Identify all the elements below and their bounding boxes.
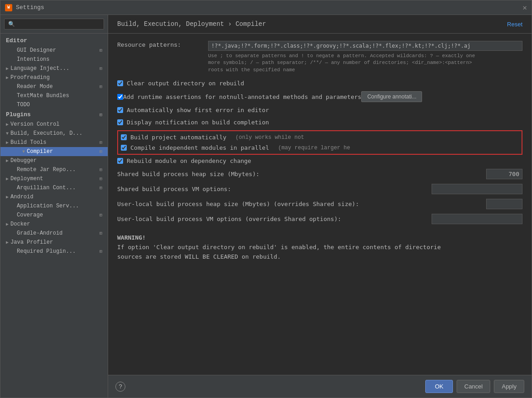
sidebar-item-app-server[interactable]: Application Serv... (0, 201, 108, 211)
chevron-bt: ▶ (6, 140, 9, 145)
build-auto-row: Build project automatically (only works … (121, 133, 519, 142)
sidebar-nav: Editor GUI Designer ⊞ Intentions ▶ Langu… (0, 34, 108, 398)
auto-show-error-label: Automatically show first error in editor (127, 107, 269, 113)
app-server-label: Application Serv... (17, 203, 79, 209)
auto-show-error-checkbox[interactable] (117, 107, 123, 113)
bt-settings-icon: ⊞ (99, 140, 102, 145)
footer-left: ? (115, 382, 125, 392)
search-input[interactable] (4, 19, 104, 29)
compiler-label: Compiler (27, 148, 53, 155)
sidebar-item-textmate[interactable]: TextMate Bundles (0, 91, 108, 100)
build-auto-note: (only works while not (235, 134, 304, 141)
sidebar-item-android[interactable]: ▶ Android (0, 192, 108, 201)
settings-icon2: ⊞ (99, 66, 102, 71)
shared-heap-label: Shared build process heap size (Mbytes): (117, 171, 486, 177)
resource-patterns-row: Resource patterns: Use ; to separate pat… (117, 41, 522, 74)
docker-label: Docker (10, 221, 30, 227)
display-notification-checkbox[interactable] (117, 119, 123, 125)
clear-output-label: Clear output directory on rebuild (127, 80, 244, 87)
resource-patterns-input[interactable] (208, 41, 522, 51)
plugins-section[interactable]: Plugins ⊞ (0, 109, 108, 120)
deployment-label: Deployment (10, 176, 43, 182)
settings-icon: ⊞ (99, 48, 102, 53)
search-box (0, 15, 108, 34)
warning-text: If option 'Clear output directory on reb… (117, 243, 522, 262)
ga-settings-icon: ⊞ (99, 231, 102, 236)
sidebar-item-reader-mode[interactable]: Reader Mode ⊞ (0, 82, 108, 91)
intentions-label: Intentions (17, 56, 50, 63)
sidebar-item-arquillian[interactable]: Arquillian Cont... ⊞ (0, 183, 108, 192)
rebuild-dependency-label: Rebuild module on dependency change (127, 157, 251, 164)
vc-label: Version Control (10, 121, 60, 128)
build-tools-label: Build Tools (10, 139, 46, 146)
resource-patterns-hint: Use ; to separate patterns and ! to nega… (208, 53, 522, 74)
sidebar-item-todo[interactable]: TODO (0, 100, 108, 109)
shared-vm-input[interactable] (432, 184, 522, 194)
sidebar-item-build-tools[interactable]: ▶ Build Tools ⊞ (0, 138, 108, 147)
sidebar-item-intentions[interactable]: Intentions (0, 55, 108, 64)
plugins-settings-icon: ⊞ (99, 112, 102, 118)
reader-mode-label: Reader Mode (17, 84, 53, 90)
build-auto-checkbox[interactable] (121, 134, 127, 140)
cancel-button[interactable]: Cancel (457, 380, 490, 393)
textmate-label: TextMate Bundles (17, 93, 69, 99)
sidebar-item-docker[interactable]: ▶ Docker (0, 220, 108, 229)
sidebar-item-compiler[interactable]: ▼ Compiler ⊞ (0, 147, 108, 156)
shared-heap-input[interactable] (486, 169, 522, 179)
clear-output-checkbox[interactable] (117, 80, 123, 86)
main-panel: Build, Execution, Deployment › Compiler … (108, 15, 532, 398)
chevron-android: ▶ (6, 194, 9, 200)
user-heap-label: User-local build process heap size (Mbyt… (117, 201, 486, 207)
close-button[interactable]: ✕ (522, 3, 527, 12)
resource-patterns-label: Resource patterns: (117, 41, 208, 49)
reset-button[interactable]: Reset (507, 21, 522, 28)
resource-patterns-value: Use ; to separate patterns and ! to nega… (208, 41, 522, 74)
add-runtime-row: Add runtime assertions for notnull-annot… (117, 91, 522, 102)
compile-parallel-label: Compile independent modules in parallel (130, 144, 269, 151)
warning-title: WARNING! (117, 233, 522, 243)
sidebar-item-gradle-android[interactable]: Gradle-Android ⊞ (0, 229, 108, 238)
sidebar-item-gui-designer[interactable]: GUI Designer ⊞ (0, 46, 108, 55)
sidebar-item-coverage[interactable]: Coverage ⊞ (0, 211, 108, 220)
gui-designer-label: GUI Designer (17, 47, 56, 54)
help-button[interactable]: ? (115, 382, 125, 392)
sidebar-item-debugger[interactable]: ▶ Debugger (0, 156, 108, 165)
proofreading-label: Proofreading (10, 74, 50, 81)
required-plugin-label: Required Plugin... (17, 248, 76, 255)
plugins-label: Plugins (6, 111, 31, 118)
language-inject-label: Language Inject... (10, 65, 70, 72)
chevron-docker: ▶ (6, 221, 9, 227)
apply-button[interactable]: Apply (494, 380, 524, 393)
compile-parallel-checkbox[interactable] (121, 145, 127, 151)
chevron-right-icon: ▶ (6, 66, 9, 71)
sidebar: Editor GUI Designer ⊞ Intentions ▶ Langu… (0, 15, 108, 398)
remote-jar-label: Remote Jar Repo... (17, 167, 76, 173)
display-notification-label: Display notification on build completion (127, 119, 269, 126)
sidebar-item-deployment[interactable]: ▶ Deployment ⊞ (0, 174, 108, 183)
footer: ? OK Cancel Apply (108, 375, 532, 398)
rebuild-dependency-checkbox[interactable] (117, 158, 123, 164)
rj-settings-icon: ⊞ (99, 167, 102, 172)
user-vm-label: User-local build process VM options (ove… (117, 216, 432, 222)
sidebar-item-build-exec[interactable]: ▼ Build, Execution, D... (0, 129, 108, 138)
sidebar-item-version-control[interactable]: ▶ Version Control (0, 120, 108, 129)
ok-button[interactable]: OK (425, 380, 453, 393)
todo-label: TODO (17, 102, 30, 108)
main-content-area: Editor GUI Designer ⊞ Intentions ▶ Langu… (0, 15, 532, 398)
editor-section[interactable]: Editor (0, 35, 108, 46)
settings-window: W Settings ✕ Editor GUI Designer ⊞ Inten… (0, 0, 532, 398)
add-runtime-checkbox[interactable] (117, 94, 123, 100)
sidebar-item-language-inject[interactable]: ▶ Language Inject... ⊞ (0, 64, 108, 73)
app-icon: W (5, 4, 12, 11)
settings-content: Resource patterns: Use ; to separate pat… (108, 34, 532, 375)
sidebar-item-required-plugin[interactable]: Required Plugin... ⊞ (0, 247, 108, 256)
window-title: Settings (16, 4, 44, 11)
arq-settings-icon: ⊞ (99, 185, 102, 191)
user-vm-input[interactable] (432, 214, 522, 224)
sidebar-item-remote-jar[interactable]: Remote Jar Repo... ⊞ (0, 165, 108, 174)
sidebar-item-proofreading[interactable]: ▶ Proofreading (0, 73, 108, 82)
user-heap-input[interactable] (486, 199, 522, 209)
sidebar-item-java-profiler[interactable]: ▶ Java Profiler (0, 238, 108, 247)
configure-annotations-button[interactable]: Configure annotati... (361, 91, 422, 102)
rp-settings-icon: ⊞ (99, 249, 102, 254)
